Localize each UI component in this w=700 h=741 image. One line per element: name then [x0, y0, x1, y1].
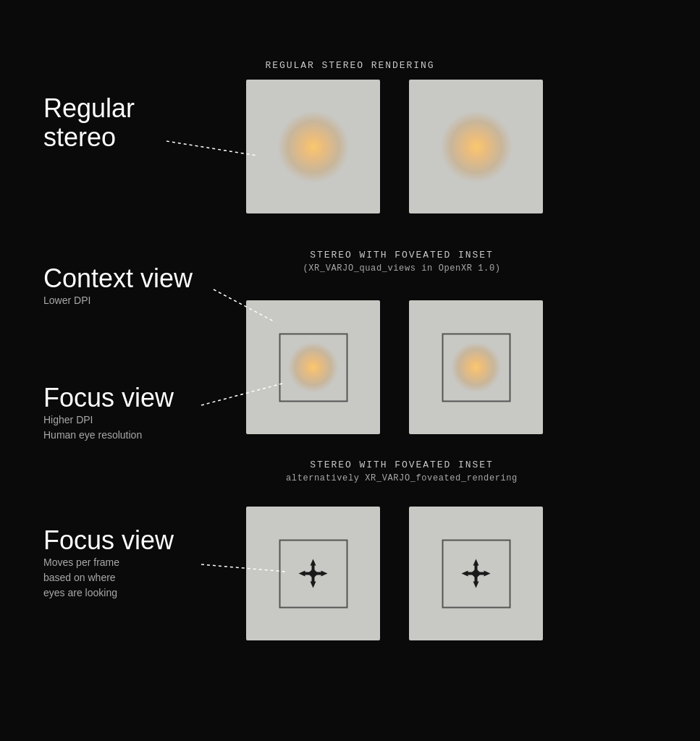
main-container: REGULAR STEREO RENDERING Regularstereo S… [0, 0, 700, 741]
stereo-panel-left-3 [246, 507, 380, 640]
section1-header: REGULAR STEREO RENDERING [0, 58, 700, 71]
svg-marker-0 [311, 559, 316, 566]
glow-inset-right-2 [451, 342, 502, 393]
context-view-label: Context view [43, 264, 193, 293]
inset-box-left-3 [279, 539, 347, 608]
svg-marker-9 [473, 559, 479, 566]
svg-marker-15 [484, 571, 491, 577]
row1-images [246, 80, 543, 213]
regular-stereo-label: Regularstereo [43, 94, 135, 151]
svg-marker-11 [473, 582, 479, 588]
inset-box-right-3 [442, 539, 510, 608]
section2-label-line2: (XR_VARJO_quad_views in OpenXR 1.0) [246, 263, 557, 274]
focus-view-label-area-1: Focus view Higher DPI Human eye resoluti… [43, 384, 174, 443]
svg-rect-17 [471, 568, 481, 578]
svg-marker-6 [321, 571, 328, 577]
stereo-panel-right-1 [409, 80, 543, 213]
section2-label-line1: STEREO WITH FOVEATED INSET [246, 250, 557, 261]
section3-label-line1: STEREO WITH FOVEATED INSET [246, 460, 557, 470]
section3-label-line2: alternatively XR_VARJO_foveated_renderin… [246, 473, 557, 483]
svg-marker-2 [311, 582, 316, 588]
focus-view-sub-2: Moves per frame based on where eyes are … [43, 555, 174, 601]
stereo-panel-right-2 [409, 300, 543, 434]
section3-header: STEREO WITH FOVEATED INSET alternatively… [246, 460, 557, 483]
row1-label-area: Regularstereo [43, 94, 135, 151]
svg-marker-4 [299, 571, 305, 577]
focus-view-label-1: Focus view [43, 384, 174, 412]
inset-box-right-2 [442, 333, 510, 402]
svg-marker-13 [462, 571, 468, 577]
glow-right-1 [440, 111, 513, 183]
stereo-panel-left-2 [246, 300, 380, 434]
arrow-regular-stereo [166, 141, 257, 156]
focus-view-sub-1: Higher DPI Human eye resolution [43, 412, 174, 443]
context-view-label-area: Context view Lower DPI [43, 264, 193, 308]
stereo-panel-right-3 [409, 507, 543, 640]
context-view-sub: Lower DPI [43, 293, 193, 308]
focus-view-label-area-2: Focus view Moves per frame based on wher… [43, 526, 174, 601]
glow-left-1 [277, 111, 350, 183]
move-arrows-left [295, 556, 332, 592]
stereo-panel-left-1 [246, 80, 380, 213]
row3-images [246, 507, 543, 640]
row2-images [246, 300, 543, 434]
section1-label: REGULAR STEREO RENDERING [265, 60, 434, 71]
focus-view-label-2: Focus view [43, 526, 174, 555]
inset-box-left-2 [279, 333, 347, 402]
move-arrows-right [458, 556, 494, 592]
glow-inset-left-2 [288, 342, 339, 393]
section2-header: STEREO WITH FOVEATED INSET (XR_VARJO_qua… [246, 250, 557, 274]
svg-rect-8 [308, 568, 318, 578]
